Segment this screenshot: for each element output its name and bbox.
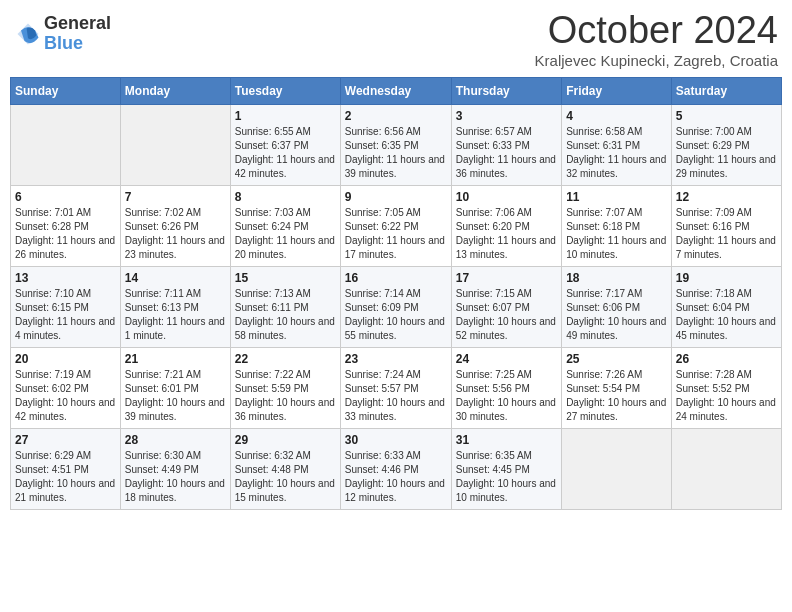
day-info: Sunrise: 7:00 AMSunset: 6:29 PMDaylight:… [676,125,777,181]
logo-text: General Blue [44,14,111,54]
day-number: 9 [345,190,447,204]
calendar-cell: 11Sunrise: 7:07 AMSunset: 6:18 PMDayligh… [562,185,672,266]
day-number: 25 [566,352,667,366]
calendar-cell: 20Sunrise: 7:19 AMSunset: 6:02 PMDayligh… [11,347,121,428]
day-number: 3 [456,109,557,123]
day-info: Sunrise: 7:25 AMSunset: 5:56 PMDaylight:… [456,368,557,424]
header-saturday: Saturday [671,77,781,104]
day-info: Sunrise: 6:55 AMSunset: 6:37 PMDaylight:… [235,125,336,181]
day-number: 4 [566,109,667,123]
day-number: 31 [456,433,557,447]
day-number: 7 [125,190,226,204]
day-info: Sunrise: 6:35 AMSunset: 4:45 PMDaylight:… [456,449,557,505]
header-thursday: Thursday [451,77,561,104]
day-info: Sunrise: 7:15 AMSunset: 6:07 PMDaylight:… [456,287,557,343]
calendar-table: SundayMondayTuesdayWednesdayThursdayFrid… [10,77,782,510]
calendar-cell: 27Sunrise: 6:29 AMSunset: 4:51 PMDayligh… [11,428,121,509]
calendar-week-3: 13Sunrise: 7:10 AMSunset: 6:15 PMDayligh… [11,266,782,347]
calendar-cell: 19Sunrise: 7:18 AMSunset: 6:04 PMDayligh… [671,266,781,347]
calendar-cell: 28Sunrise: 6:30 AMSunset: 4:49 PMDayligh… [120,428,230,509]
calendar-cell: 16Sunrise: 7:14 AMSunset: 6:09 PMDayligh… [340,266,451,347]
day-number: 23 [345,352,447,366]
calendar-cell: 5Sunrise: 7:00 AMSunset: 6:29 PMDaylight… [671,104,781,185]
calendar-cell: 4Sunrise: 6:58 AMSunset: 6:31 PMDaylight… [562,104,672,185]
location: Kraljevec Kupinecki, Zagreb, Croatia [535,52,778,69]
calendar-cell [671,428,781,509]
day-info: Sunrise: 7:03 AMSunset: 6:24 PMDaylight:… [235,206,336,262]
day-info: Sunrise: 7:06 AMSunset: 6:20 PMDaylight:… [456,206,557,262]
calendar-cell: 18Sunrise: 7:17 AMSunset: 6:06 PMDayligh… [562,266,672,347]
logo-blue: Blue [44,34,111,54]
calendar-cell [562,428,672,509]
day-number: 27 [15,433,116,447]
day-info: Sunrise: 6:56 AMSunset: 6:35 PMDaylight:… [345,125,447,181]
calendar-cell: 31Sunrise: 6:35 AMSunset: 4:45 PMDayligh… [451,428,561,509]
calendar-cell: 12Sunrise: 7:09 AMSunset: 6:16 PMDayligh… [671,185,781,266]
day-number: 8 [235,190,336,204]
calendar-week-5: 27Sunrise: 6:29 AMSunset: 4:51 PMDayligh… [11,428,782,509]
day-info: Sunrise: 7:01 AMSunset: 6:28 PMDaylight:… [15,206,116,262]
logo-icon [14,20,42,48]
day-number: 15 [235,271,336,285]
day-number: 1 [235,109,336,123]
month-title: October 2024 [535,10,778,52]
day-number: 13 [15,271,116,285]
calendar-cell: 30Sunrise: 6:33 AMSunset: 4:46 PMDayligh… [340,428,451,509]
day-info: Sunrise: 7:24 AMSunset: 5:57 PMDaylight:… [345,368,447,424]
calendar-cell: 25Sunrise: 7:26 AMSunset: 5:54 PMDayligh… [562,347,672,428]
day-number: 19 [676,271,777,285]
day-info: Sunrise: 7:14 AMSunset: 6:09 PMDaylight:… [345,287,447,343]
day-info: Sunrise: 6:29 AMSunset: 4:51 PMDaylight:… [15,449,116,505]
calendar-cell [11,104,121,185]
calendar-cell: 2Sunrise: 6:56 AMSunset: 6:35 PMDaylight… [340,104,451,185]
day-info: Sunrise: 7:10 AMSunset: 6:15 PMDaylight:… [15,287,116,343]
page-header: General Blue October 2024 Kraljevec Kupi… [10,10,782,69]
day-number: 2 [345,109,447,123]
header-friday: Friday [562,77,672,104]
day-info: Sunrise: 7:09 AMSunset: 6:16 PMDaylight:… [676,206,777,262]
day-number: 24 [456,352,557,366]
calendar-cell: 15Sunrise: 7:13 AMSunset: 6:11 PMDayligh… [230,266,340,347]
day-number: 26 [676,352,777,366]
day-info: Sunrise: 7:02 AMSunset: 6:26 PMDaylight:… [125,206,226,262]
day-info: Sunrise: 6:32 AMSunset: 4:48 PMDaylight:… [235,449,336,505]
title-block: October 2024 Kraljevec Kupinecki, Zagreb… [535,10,778,69]
day-info: Sunrise: 6:33 AMSunset: 4:46 PMDaylight:… [345,449,447,505]
calendar-cell: 1Sunrise: 6:55 AMSunset: 6:37 PMDaylight… [230,104,340,185]
calendar-cell: 29Sunrise: 6:32 AMSunset: 4:48 PMDayligh… [230,428,340,509]
day-number: 20 [15,352,116,366]
day-info: Sunrise: 7:28 AMSunset: 5:52 PMDaylight:… [676,368,777,424]
calendar-cell [120,104,230,185]
logo-general: General [44,14,111,34]
calendar-cell: 26Sunrise: 7:28 AMSunset: 5:52 PMDayligh… [671,347,781,428]
day-number: 28 [125,433,226,447]
calendar-cell: 10Sunrise: 7:06 AMSunset: 6:20 PMDayligh… [451,185,561,266]
day-number: 11 [566,190,667,204]
day-info: Sunrise: 6:30 AMSunset: 4:49 PMDaylight:… [125,449,226,505]
day-info: Sunrise: 6:57 AMSunset: 6:33 PMDaylight:… [456,125,557,181]
day-number: 12 [676,190,777,204]
day-number: 30 [345,433,447,447]
calendar-cell: 7Sunrise: 7:02 AMSunset: 6:26 PMDaylight… [120,185,230,266]
calendar-cell: 23Sunrise: 7:24 AMSunset: 5:57 PMDayligh… [340,347,451,428]
calendar-cell: 14Sunrise: 7:11 AMSunset: 6:13 PMDayligh… [120,266,230,347]
calendar-cell: 8Sunrise: 7:03 AMSunset: 6:24 PMDaylight… [230,185,340,266]
header-tuesday: Tuesday [230,77,340,104]
logo: General Blue [14,14,111,54]
day-number: 17 [456,271,557,285]
day-info: Sunrise: 7:21 AMSunset: 6:01 PMDaylight:… [125,368,226,424]
calendar-cell: 17Sunrise: 7:15 AMSunset: 6:07 PMDayligh… [451,266,561,347]
calendar-cell: 24Sunrise: 7:25 AMSunset: 5:56 PMDayligh… [451,347,561,428]
day-number: 5 [676,109,777,123]
day-number: 10 [456,190,557,204]
day-number: 16 [345,271,447,285]
calendar-week-2: 6Sunrise: 7:01 AMSunset: 6:28 PMDaylight… [11,185,782,266]
header-monday: Monday [120,77,230,104]
day-number: 14 [125,271,226,285]
day-info: Sunrise: 7:22 AMSunset: 5:59 PMDaylight:… [235,368,336,424]
header-wednesday: Wednesday [340,77,451,104]
day-info: Sunrise: 7:11 AMSunset: 6:13 PMDaylight:… [125,287,226,343]
calendar-header-row: SundayMondayTuesdayWednesdayThursdayFrid… [11,77,782,104]
calendar-cell: 22Sunrise: 7:22 AMSunset: 5:59 PMDayligh… [230,347,340,428]
day-number: 18 [566,271,667,285]
